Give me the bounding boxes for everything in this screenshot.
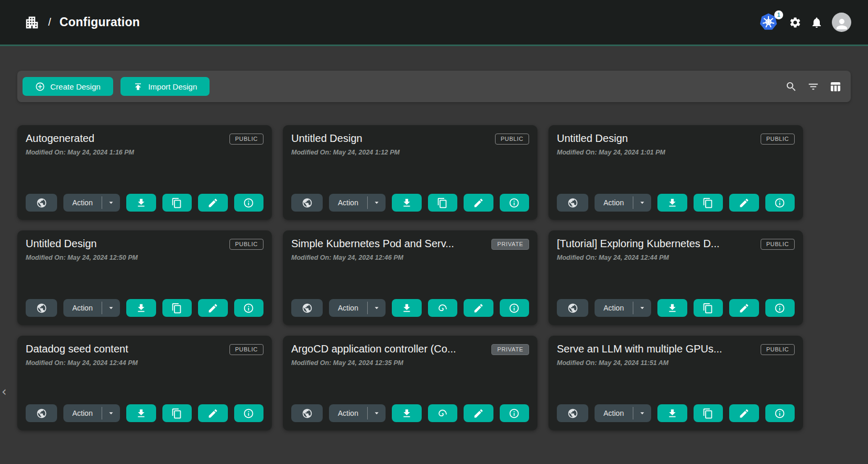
clone-button[interactable] [428,299,458,317]
edit-button[interactable] [198,299,228,317]
action-button[interactable]: Action [63,299,102,317]
table-view-icon[interactable] [829,81,841,93]
download-button[interactable] [657,299,687,317]
info-button[interactable] [234,194,264,212]
designs-grid: Autogenerated PUBLIC Modified On: May 24… [17,125,803,430]
visibility-globe-button[interactable] [291,404,323,422]
clone-button[interactable] [694,194,723,212]
action-button[interactable]: Action [329,404,367,422]
globe-icon [567,303,578,314]
search-icon[interactable] [785,81,797,93]
design-title: [Tutorial] Exploring Kubernetes D... [557,238,720,250]
info-button[interactable] [500,299,530,317]
visibility-globe-button[interactable] [557,194,588,212]
visibility-badge: PUBLIC [761,239,795,250]
clone-button[interactable] [162,194,192,212]
collapse-chevron-icon[interactable]: ‹ [2,385,7,398]
globe-icon [302,197,313,208]
action-button[interactable]: Action [63,404,102,422]
action-dropdown-caret[interactable] [633,404,651,422]
download-button[interactable] [126,194,156,212]
visibility-globe-button[interactable] [26,299,57,317]
info-button[interactable] [234,299,264,317]
action-button[interactable]: Action [595,299,633,317]
notifications-icon[interactable] [810,16,823,29]
action-button[interactable]: Action [329,194,367,212]
globe-icon [36,303,47,314]
info-button[interactable] [500,194,530,212]
action-dropdown-caret[interactable] [102,194,120,212]
design-title: Simple Kubernetes Pod and Serv... [291,238,454,250]
import-design-button[interactable]: Import Design [120,77,210,96]
action-dropdown-caret[interactable] [368,299,386,317]
settings-icon[interactable] [789,16,801,29]
clone-button[interactable] [428,404,458,422]
download-button[interactable] [392,299,422,317]
info-button[interactable] [765,404,795,422]
page-title: Configuration [60,15,140,29]
visibility-badge: PUBLIC [229,344,263,355]
action-button[interactable]: Action [595,194,633,212]
action-dropdown-caret[interactable] [368,404,386,422]
download-button[interactable] [657,404,687,422]
action-split-button: Action [63,194,120,212]
action-button[interactable]: Action [595,404,633,422]
visibility-globe-button[interactable] [557,404,588,422]
edit-button[interactable] [464,404,493,422]
visibility-globe-button[interactable] [291,194,323,212]
clone-button[interactable] [428,194,458,212]
user-avatar[interactable] [832,13,851,32]
visibility-globe-button[interactable] [291,299,323,317]
info-button[interactable] [234,404,264,422]
clone-button[interactable] [694,404,723,422]
action-split-button: Action [63,404,120,422]
action-dropdown-caret[interactable] [633,299,651,317]
download-button[interactable] [392,194,422,212]
download-icon [136,408,147,419]
visibility-badge: PUBLIC [761,344,795,355]
clone-button[interactable] [694,299,723,317]
edit-button[interactable] [729,194,759,212]
visibility-globe-button[interactable] [26,194,57,212]
action-dropdown-caret[interactable] [102,404,120,422]
clone-button[interactable] [162,299,192,317]
action-dropdown-caret[interactable] [633,194,651,212]
kubernetes-context-button[interactable]: 1 [759,13,780,32]
edit-button[interactable] [464,194,493,212]
clone-button[interactable] [162,404,192,422]
visibility-globe-button[interactable] [557,299,588,317]
designs-toolbar: Create Design Import Design [17,71,851,102]
edit-button[interactable] [729,299,759,317]
action-dropdown-caret[interactable] [102,299,120,317]
design-card: Untitled Design PUBLIC Modified On: May … [17,230,272,325]
info-icon [243,408,254,419]
upload-icon [133,82,143,92]
download-icon [401,197,412,208]
info-button[interactable] [765,194,795,212]
action-dropdown-caret[interactable] [368,194,386,212]
edit-button[interactable] [198,194,228,212]
info-button[interactable] [765,299,795,317]
download-button[interactable] [392,404,422,422]
copy-icon [171,197,182,208]
edit-button[interactable] [729,404,759,422]
copy-icon [702,408,713,419]
download-button[interactable] [126,299,156,317]
filter-icon[interactable] [807,81,819,93]
design-title: Serve an LLM with multiple GPUs... [557,343,722,355]
visibility-globe-button[interactable] [26,404,57,422]
action-button[interactable]: Action [329,299,367,317]
copy-icon [171,408,182,419]
edit-button[interactable] [198,404,228,422]
action-button[interactable]: Action [63,194,102,212]
design-title: Untitled Design [291,132,362,145]
create-design-button[interactable]: Create Design [23,77,113,96]
download-button[interactable] [657,194,687,212]
info-button[interactable] [500,404,530,422]
download-button[interactable] [126,404,156,422]
visibility-badge: PRIVATE [491,239,529,250]
pencil-icon [473,303,484,314]
edit-button[interactable] [464,299,493,317]
organization-icon[interactable] [24,15,40,30]
visibility-badge: PUBLIC [229,239,263,250]
